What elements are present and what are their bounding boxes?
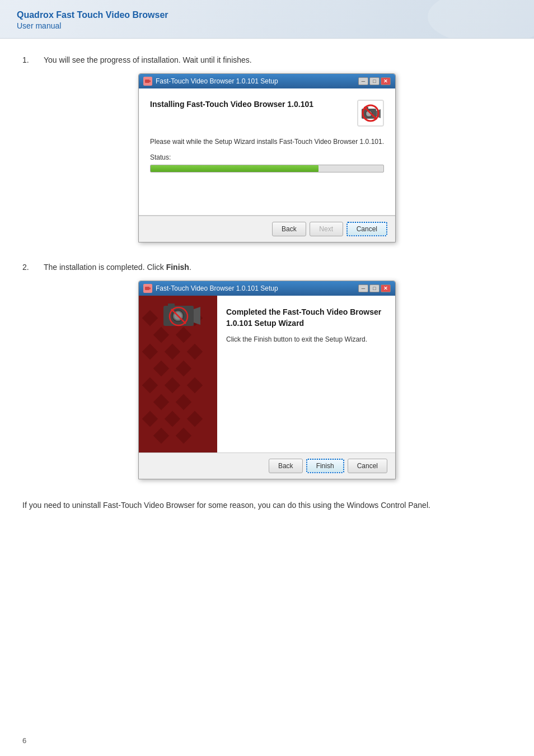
- step-1-text: 1. You will see the progress of installa…: [22, 55, 512, 64]
- dialog-1-cancel-button[interactable]: Cancel: [346, 222, 387, 236]
- dialog-2-app-icon: [143, 284, 152, 293]
- dialog-2-title: Fast-Touch Video Browser 1.0.101 Setup: [156, 284, 278, 292]
- completion-subtext: Click the Finish button to exit the Setu…: [226, 335, 386, 343]
- dialog-1-body: Installing Fast-Touch Video Browser 1.0.…: [139, 88, 395, 216]
- step-1-description: You will see the progress of installatio…: [44, 55, 252, 64]
- install-icon: [357, 100, 384, 127]
- dialog-1-titlebar: Fast-Touch Video Browser 1.0.101 Setup ─…: [139, 74, 395, 88]
- bottom-paragraph: If you need to uninstall Fast-Touch Vide…: [22, 500, 493, 511]
- dialog-2-titlebar: Fast-Touch Video Browser 1.0.101 Setup ─…: [139, 281, 395, 296]
- step-2: 2. The installation is completed. Click …: [22, 263, 512, 479]
- svg-marker-11: [149, 287, 151, 290]
- step-2-prefix: The installation is completed. Click: [44, 263, 166, 272]
- svg-rect-10: [145, 287, 149, 290]
- dialog-2-footer: Back Finish Cancel: [139, 452, 395, 479]
- progress-fill: [151, 165, 318, 172]
- completion-content: Completed the Fast-Touch Video Browser 1…: [217, 296, 395, 452]
- dialog-2-body: Completed the Fast-Touch Video Browser 1…: [139, 296, 395, 452]
- status-label: Status:: [150, 153, 384, 161]
- install-dialog: Fast-Touch Video Browser 1.0.101 Setup ─…: [138, 73, 396, 242]
- step-2-description: The installation is completed. Click Fin…: [44, 263, 191, 272]
- dialog-1-next-button[interactable]: Next: [310, 222, 343, 236]
- step-2-suffix: .: [189, 263, 191, 272]
- header-subtitle: User manual: [17, 21, 517, 30]
- dialog-2-minimize-button[interactable]: ─: [358, 284, 368, 292]
- complete-dialog: Fast-Touch Video Browser 1.0.101 Setup ─…: [138, 281, 396, 479]
- svg-rect-36: [168, 304, 175, 307]
- svg-marker-1: [149, 80, 151, 82]
- banner-pattern-svg: [139, 296, 217, 452]
- dialog-1-app-icon: [143, 77, 152, 86]
- dialog-2-maximize-button[interactable]: □: [369, 284, 380, 292]
- step-2-text: 2. The installation is completed. Click …: [22, 263, 512, 272]
- maximize-button[interactable]: □: [369, 77, 380, 85]
- dialog-1-controls[interactable]: ─ □ ✕: [358, 77, 391, 85]
- step-2-bold: Finish: [166, 263, 189, 272]
- dialog-2-controls[interactable]: ─ □ ✕: [358, 284, 391, 292]
- page-header: Quadrox Fast Touch Video Browser User ma…: [0, 0, 534, 39]
- dialog-1-title: Fast-Touch Video Browser 1.0.101 Setup: [156, 77, 278, 85]
- completion-title: Completed the Fast-Touch Video Browser 1…: [226, 307, 386, 329]
- progress-bar: [150, 165, 384, 172]
- main-content: 1. You will see the progress of installa…: [0, 39, 534, 528]
- step-2-number: 2.: [22, 263, 38, 272]
- no-camera-svg: [358, 101, 383, 125]
- dialog-2-cancel-button[interactable]: Cancel: [348, 459, 387, 473]
- side-banner: [139, 296, 217, 452]
- dialog-2-finish-button[interactable]: Finish: [306, 459, 344, 473]
- minimize-button[interactable]: ─: [358, 77, 368, 85]
- page-number: 6: [22, 736, 26, 745]
- svg-rect-0: [145, 80, 149, 83]
- dialog-1-back-button[interactable]: Back: [272, 222, 306, 236]
- dialog-2-close-button[interactable]: ✕: [381, 284, 391, 292]
- step-1-number: 1.: [22, 55, 38, 64]
- header-title: Quadrox Fast Touch Video Browser: [17, 10, 517, 20]
- dialog-1-close-button[interactable]: ✕: [381, 77, 391, 85]
- dialog-1-wait-text: Please wait while the Setup Wizard insta…: [150, 138, 384, 146]
- svg-marker-37: [194, 307, 200, 325]
- dialog-1-main-title: Installing Fast-Touch Video Browser 1.0.…: [150, 100, 313, 109]
- step-1: 1. You will see the progress of installa…: [22, 55, 512, 242]
- dialog-1-footer: Back Next Cancel: [139, 216, 395, 242]
- dialog-2-back-button[interactable]: Back: [269, 459, 303, 473]
